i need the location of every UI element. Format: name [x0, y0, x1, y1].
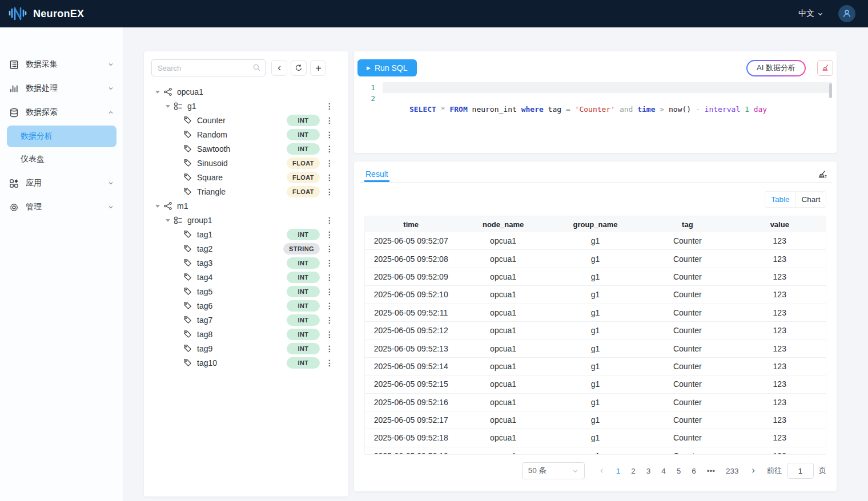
tree-row[interactable]: tag5 INT ⋮ — [144, 284, 348, 298]
add-button[interactable] — [310, 60, 326, 76]
page-button[interactable]: 3 — [646, 467, 651, 475]
tree-row[interactable]: m1 ⋮ — [144, 199, 348, 213]
clear-result-button[interactable] — [818, 170, 827, 180]
caret-down-icon[interactable] — [153, 201, 162, 210]
editor-scrollbar[interactable] — [829, 83, 832, 98]
more-menu-icon[interactable]: ⋮ — [326, 116, 333, 125]
caret-down-icon[interactable] — [153, 87, 162, 96]
sidebar-item-data-processing[interactable]: 数据处理 — [0, 76, 123, 100]
more-menu-icon[interactable]: ⋮ — [326, 173, 333, 182]
column-header: tag — [641, 216, 733, 232]
sql-line[interactable]: SELECT * FROM neuron_int where tag = 'Co… — [383, 82, 832, 93]
prev-page-button[interactable] — [598, 467, 605, 474]
table-row[interactable]: 2025-06-05 09:52:07 opcua1 g1 Counter 12… — [365, 232, 826, 250]
page-button[interactable]: 2 — [631, 467, 636, 475]
more-menu-icon[interactable]: ⋮ — [326, 230, 333, 239]
tag-icon — [183, 273, 192, 282]
tree-row[interactable]: tag2 STRING ⋮ — [144, 241, 348, 256]
page-size-select[interactable]: 50 条 — [522, 462, 585, 479]
tree-row[interactable]: Sinusoid FLOAT ⋮ — [144, 156, 348, 170]
tree-row[interactable]: Square FLOAT ⋮ — [144, 170, 348, 184]
more-menu-icon[interactable]: ⋮ — [326, 159, 333, 168]
tag-type-badge: INT — [287, 229, 320, 240]
page-button[interactable]: 4 — [661, 467, 666, 475]
language-label: 中文 — [798, 9, 814, 19]
table-row[interactable]: 2025-06-05 09:52:18 opcua1 g1 Counter 12… — [365, 429, 826, 447]
tree-row[interactable]: tag10 INT ⋮ — [144, 355, 348, 370]
table-row[interactable]: 2025-06-05 09:52:14 opcua1 g1 Counter 12… — [365, 358, 826, 375]
tree-row[interactable]: Random INT ⋮ — [144, 127, 348, 142]
table-row[interactable]: 2025-06-05 09:52:13 opcua1 g1 Counter 12… — [365, 340, 826, 357]
tree-row[interactable]: tag4 INT ⋮ — [144, 270, 348, 284]
tree-row[interactable]: tag3 INT ⋮ — [144, 256, 348, 270]
sidebar-item-management[interactable]: 管理 — [0, 195, 123, 219]
sidebar-item-data-exploration[interactable]: 数据探索 — [0, 100, 123, 124]
more-menu-icon[interactable]: ⋮ — [326, 244, 333, 253]
sql-token: tag — [544, 105, 566, 114]
table-row[interactable]: 2025-06-05 09:52:15 opcua1 g1 Counter 12… — [365, 375, 826, 393]
tree-row[interactable]: tag6 INT ⋮ — [144, 298, 348, 313]
sidebar-item-dashboard[interactable]: 仪表盘 — [7, 148, 116, 170]
more-menu-icon[interactable]: ⋮ — [326, 344, 333, 353]
tree-row[interactable]: Sawtooth INT ⋮ — [144, 142, 348, 156]
table-row[interactable]: 2025-06-05 09:52:10 opcua1 g1 Counter 12… — [365, 286, 826, 304]
table-row[interactable]: 2025-06-05 09:52:08 opcua1 g1 Counter 12… — [365, 250, 826, 268]
code-editor[interactable]: 12 SELECT * FROM neuron_int where tag = … — [359, 82, 832, 148]
cell-tag: Counter — [641, 322, 733, 339]
view-table-button[interactable]: Table — [765, 191, 795, 208]
more-menu-icon[interactable]: ⋮ — [326, 187, 333, 196]
run-sql-button[interactable]: ▶ Run SQL — [357, 59, 417, 76]
page-button[interactable]: 1 — [616, 467, 621, 475]
table-row[interactable]: 2025-06-05 09:52:16 opcua1 g1 Counter 12… — [365, 394, 826, 411]
ai-analysis-button[interactable]: AI 数据分析 — [746, 60, 806, 76]
page-button[interactable]: 5 — [677, 467, 681, 475]
tree-row[interactable]: tag8 INT ⋮ — [144, 327, 348, 341]
more-menu-icon[interactable]: ⋮ — [326, 301, 333, 310]
sidebar-item-data-collection[interactable]: 数据采集 — [0, 52, 123, 76]
tree-row[interactable]: group1 ⋮ — [144, 213, 348, 227]
more-menu-icon[interactable]: ⋮ — [326, 330, 333, 339]
tree-row[interactable]: tag7 INT ⋮ — [144, 313, 348, 327]
caret-down-icon[interactable] — [163, 216, 172, 224]
sidebar-item-data-analysis[interactable]: 数据分析 — [7, 126, 116, 147]
page-button[interactable]: ••• — [707, 467, 715, 475]
more-menu-icon[interactable]: ⋮ — [326, 130, 333, 139]
sidebar-item-applications[interactable]: 应用 — [0, 171, 123, 195]
tree-row[interactable]: opcua1 ⋮ — [144, 84, 348, 99]
more-menu-icon[interactable]: ⋮ — [326, 273, 333, 282]
tree-row[interactable]: tag9 INT ⋮ — [144, 341, 348, 355]
caret-down-icon[interactable] — [163, 102, 172, 110]
tree-row[interactable]: Counter INT ⋮ — [144, 113, 348, 127]
more-menu-icon[interactable]: ⋮ — [326, 287, 333, 296]
table-row[interactable]: 2025-06-05 09:52:11 opcua1 g1 Counter 12… — [365, 304, 826, 322]
clear-editor-button[interactable] — [817, 60, 833, 76]
search-input[interactable] — [151, 59, 266, 76]
language-selector[interactable]: 中文 — [798, 9, 823, 19]
process-icon — [9, 84, 19, 94]
more-menu-icon[interactable]: ⋮ — [326, 316, 333, 325]
tree-row[interactable]: Triangle FLOAT ⋮ — [144, 184, 348, 199]
more-menu-icon[interactable]: ⋮ — [326, 216, 333, 225]
view-chart-button[interactable]: Chart — [795, 191, 826, 208]
collapse-panel-button[interactable] — [271, 60, 287, 76]
more-menu-icon[interactable]: ⋮ — [326, 258, 333, 268]
avatar[interactable] — [838, 5, 855, 22]
table-row[interactable]: 2025-06-05 09:52:17 opcua1 g1 Counter 12… — [365, 411, 826, 429]
page-button[interactable]: 233 — [726, 467, 739, 475]
next-page-button[interactable] — [750, 467, 757, 474]
table-row[interactable]: 2025-06-05 09:52:19 opcua1 g1 Counter 12… — [365, 447, 826, 455]
tag-type-badge: INT — [287, 314, 320, 326]
tree-row[interactable]: tag1 INT ⋮ — [144, 227, 348, 241]
tree-row[interactable]: g1 ⋮ — [144, 99, 348, 113]
tag-type-badge: INT — [287, 329, 320, 340]
more-menu-icon[interactable]: ⋮ — [326, 144, 333, 153]
more-menu-icon[interactable]: ⋮ — [326, 102, 333, 111]
more-menu-icon[interactable]: ⋮ — [326, 358, 333, 367]
page-button[interactable]: 6 — [692, 467, 696, 475]
sql-line-empty[interactable] — [383, 93, 832, 104]
refresh-button[interactable] — [291, 60, 307, 76]
table-row[interactable]: 2025-06-05 09:52:12 opcua1 g1 Counter 12… — [365, 322, 826, 340]
goto-page-input[interactable] — [787, 463, 814, 479]
tab-result[interactable]: Result — [364, 167, 389, 182]
table-row[interactable]: 2025-06-05 09:52:09 opcua1 g1 Counter 12… — [365, 268, 826, 286]
